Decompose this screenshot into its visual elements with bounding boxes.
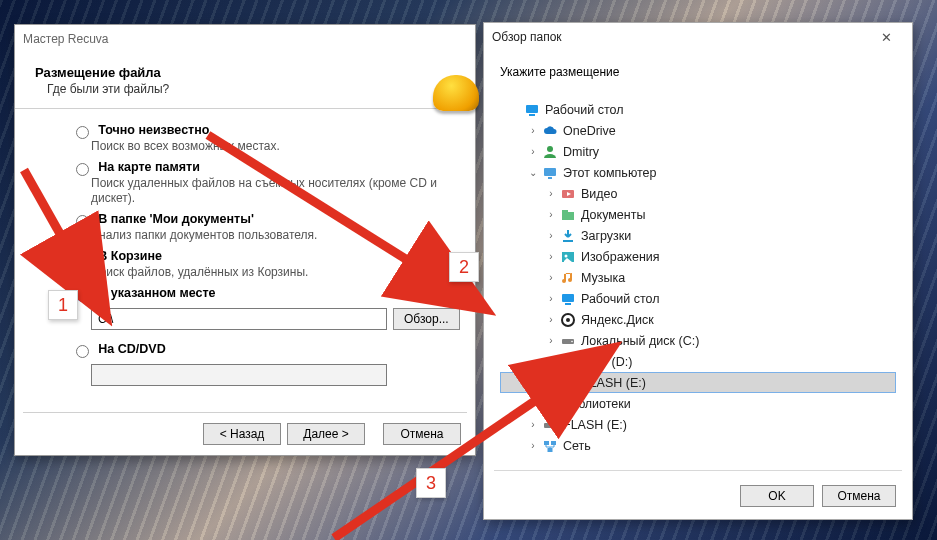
expand-icon[interactable]: ⌄ [526, 167, 540, 178]
recuva-titlebar[interactable]: Мастер Recuva [15, 25, 475, 53]
tree-item[interactable]: FLASH (E:) [500, 372, 896, 393]
option-unknown[interactable]: Точно неизвестно Поиск во всех возможных… [71, 123, 455, 154]
drive-icon [559, 333, 577, 349]
expand-icon[interactable]: › [526, 398, 540, 409]
tree-item[interactable]: ›OneDrive [500, 120, 896, 141]
drive-icon [560, 375, 578, 391]
svg-point-18 [571, 361, 573, 363]
tree-item[interactable]: ›Яндекс.Диск [500, 309, 896, 330]
svg-point-14 [566, 318, 570, 322]
img-icon [559, 249, 577, 265]
tree-item-label: Загрузки [581, 229, 631, 243]
tree-item[interactable]: ›Библиотеки [500, 393, 896, 414]
tree-item[interactable]: ›HDD (D:) [500, 351, 896, 372]
lib-icon [541, 396, 559, 412]
svg-point-20 [572, 382, 574, 384]
cancel-button[interactable]: Отмена [383, 423, 461, 445]
recuva-title: Мастер Recuva [23, 32, 467, 46]
expand-icon[interactable]: › [544, 335, 558, 346]
tree-item-label: Библиотеки [563, 397, 631, 411]
expand-icon[interactable]: › [544, 356, 558, 367]
svg-rect-4 [548, 177, 552, 179]
radio-recycle-bin[interactable] [76, 252, 89, 265]
docfld-icon [559, 207, 577, 223]
cancel-button[interactable]: Отмена [822, 485, 896, 507]
radio-memory-card[interactable] [76, 163, 89, 176]
expand-icon[interactable]: › [544, 188, 558, 199]
svg-rect-1 [529, 114, 535, 116]
tree-item[interactable]: ›Изображения [500, 246, 896, 267]
tree-item[interactable]: Рабочий стол [500, 99, 896, 120]
tree-item[interactable]: ›Рабочий стол [500, 288, 896, 309]
tree-item-label: Музыка [581, 271, 625, 285]
expand-icon[interactable]: › [526, 419, 540, 430]
option-label: Точно неизвестно [98, 123, 209, 137]
radio-documents[interactable] [76, 215, 89, 228]
option-memory-card[interactable]: На карте памяти Поиск удаленных файлов н… [71, 160, 455, 206]
close-icon[interactable]: ✕ [868, 26, 904, 48]
next-button[interactable]: Далее > [287, 423, 365, 445]
divider [15, 108, 475, 109]
browse-folders-window: Обзор папок ✕ Укажите размещение Рабочий… [483, 22, 913, 520]
expand-icon[interactable]: › [526, 146, 540, 157]
tree-item[interactable]: ›Сеть [500, 435, 896, 456]
tree-item[interactable]: ›Загрузки [500, 225, 896, 246]
browse-title: Обзор папок [492, 30, 868, 44]
cloud-icon [541, 123, 559, 139]
expand-icon[interactable]: › [544, 209, 558, 220]
tree-item-label: FLASH (E:) [582, 376, 646, 390]
radio-unknown[interactable] [76, 126, 89, 139]
svg-rect-7 [562, 210, 568, 213]
tree-item[interactable]: ›Dmitry [500, 141, 896, 162]
tree-item-label: Видео [581, 187, 618, 201]
tree-item-label: FLASH (E:) [563, 418, 627, 432]
tree-item-label: Этот компьютер [563, 166, 656, 180]
expand-icon[interactable]: › [526, 125, 540, 136]
recuva-wizard-window: Мастер Recuva Размещение файла Где были … [14, 24, 476, 456]
option-desc: Поиск файлов, удалённых из Корзины. [91, 265, 455, 280]
expand-icon[interactable]: › [544, 314, 558, 325]
tree-item-label: Изображения [581, 250, 660, 264]
desktop-icon [559, 291, 577, 307]
expand-icon[interactable]: › [544, 230, 558, 241]
divider [23, 412, 467, 413]
pc-icon [541, 165, 559, 181]
tree-item[interactable]: ›Локальный диск (C:) [500, 330, 896, 351]
radio-cd-dvd[interactable] [76, 345, 89, 358]
tree-item[interactable]: ›Музыка [500, 267, 896, 288]
drive-icon [559, 354, 577, 370]
tree-item[interactable]: ›Видео [500, 183, 896, 204]
svg-rect-8 [563, 240, 573, 242]
tree-item[interactable]: ›FLASH (E:) [500, 414, 896, 435]
tree-item[interactable]: ›Документы [500, 204, 896, 225]
expand-icon[interactable]: › [544, 272, 558, 283]
ok-button[interactable]: OK [740, 485, 814, 507]
expand-icon[interactable]: › [544, 293, 558, 304]
tree-item-label: HDD (D:) [581, 355, 632, 369]
tree-item-label: Рабочий стол [581, 292, 659, 306]
back-button[interactable]: < Назад [203, 423, 281, 445]
path-input[interactable] [91, 308, 387, 330]
svg-rect-3 [544, 168, 556, 176]
option-specified-location[interactable]: В указанном месте [71, 286, 455, 302]
tree-item-label: OneDrive [563, 124, 616, 138]
tree-item[interactable]: ⌄Этот компьютер [500, 162, 896, 183]
svg-rect-27 [551, 441, 556, 445]
annotation-number-3: 3 [416, 468, 446, 498]
option-recycle-bin[interactable]: В Корзине Поиск файлов, удалённых из Кор… [71, 249, 455, 280]
expand-icon[interactable]: › [544, 251, 558, 262]
cd-path-input [91, 364, 387, 386]
svg-rect-21 [545, 399, 548, 409]
music-icon [559, 270, 577, 286]
option-cd-dvd[interactable]: На CD/DVD [71, 342, 455, 358]
browse-titlebar[interactable]: Обзор папок ✕ [484, 23, 912, 51]
folder-tree[interactable]: Рабочий стол›OneDrive›Dmitry⌄Этот компью… [500, 99, 896, 456]
option-desc: Поиск удаленных файлов на съёмных носите… [91, 176, 455, 206]
svg-rect-23 [552, 399, 556, 408]
expand-icon[interactable]: › [526, 440, 540, 451]
option-documents[interactable]: В папке 'Мои документы' Анализ папки док… [71, 212, 455, 243]
browse-button[interactable]: Обзор... [393, 308, 460, 330]
svg-rect-6 [562, 212, 574, 220]
tree-item-label: Dmitry [563, 145, 599, 159]
tree-item-label: Рабочий стол [545, 103, 623, 117]
